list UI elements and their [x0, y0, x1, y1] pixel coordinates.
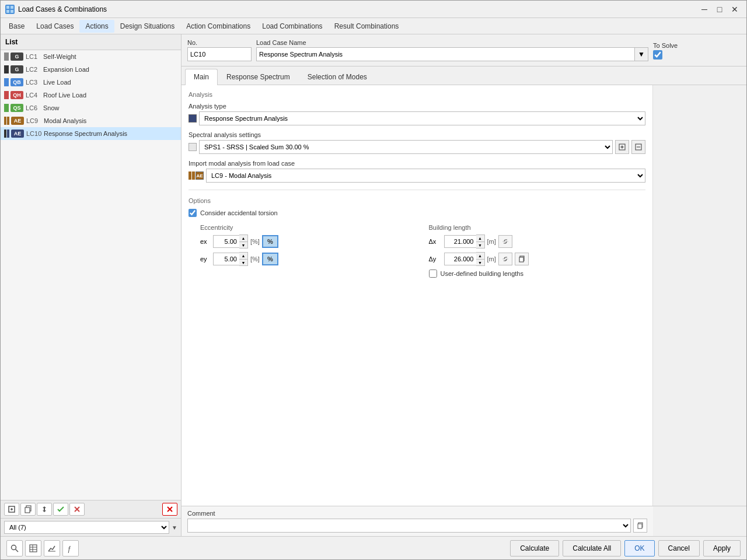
ey-spin-down[interactable]: ▼ — [239, 259, 247, 265]
svg-line-25 — [16, 549, 19, 552]
item-id: LC9 — [26, 117, 44, 124]
menu-result-combinations[interactable]: Result Combinations — [329, 20, 405, 33]
svg-rect-2 — [6, 10, 9, 13]
dx-spinner: ▲ ▼ — [444, 235, 485, 249]
check-button[interactable] — [53, 503, 68, 516]
name-input[interactable] — [256, 47, 634, 61]
menu-action-combinations[interactable]: Action Combinations — [180, 20, 256, 33]
dy-copy-button[interactable] — [515, 253, 529, 265]
formula-icon-button[interactable]: ƒ — [62, 540, 79, 556]
ey-input[interactable] — [213, 253, 239, 265]
dy-input[interactable] — [444, 253, 476, 265]
name-label: Load Case Name — [256, 39, 648, 46]
to-solve-checkbox[interactable] — [653, 50, 662, 60]
search-icon-button[interactable] — [6, 540, 23, 556]
list-item[interactable]: QB LC3 Live Load — [1, 76, 181, 89]
main-window: Load Cases & Combinations ─ □ ✕ Base Loa… — [0, 0, 747, 560]
dx-spin-down[interactable]: ▼ — [476, 242, 484, 248]
comment-main: Comment — [181, 506, 653, 536]
copy-item-button[interactable] — [20, 503, 36, 516]
comment-select[interactable] — [187, 519, 631, 533]
calculate-button[interactable]: Calculate — [510, 540, 559, 556]
menu-actions[interactable]: Actions — [79, 20, 114, 33]
spectral-settings-select[interactable]: SPS1 - SRSS | Scaled Sum 30.00 % — [199, 140, 613, 154]
analysis-type-select[interactable]: Response Spectrum Analysis — [199, 111, 645, 125]
chart-icon-button[interactable] — [44, 540, 60, 556]
item-name: Modal Analysis — [44, 117, 86, 124]
filter-select[interactable]: All (7) — [4, 521, 169, 534]
calculate-all-button[interactable]: Calculate All — [563, 540, 621, 556]
options-section: Options Consider accidental torsion — [189, 197, 645, 278]
ey-spin-up[interactable]: ▲ — [239, 253, 247, 259]
item-name: Expansion Load — [43, 66, 89, 73]
spectral-new-button[interactable] — [615, 140, 629, 154]
dx-link-button[interactable] — [498, 235, 512, 248]
spectral-settings-group: Spectral analysis settings SPS1 - SRSS |… — [189, 131, 645, 154]
list-items: G LC1 Self-Weight G LC2 Expansion Load Q… — [1, 50, 181, 500]
ex-input[interactable] — [213, 235, 239, 248]
no-input[interactable] — [187, 47, 252, 61]
analysis-type-group: Analysis type Response Spectrum Analysis — [189, 103, 645, 125]
title-bar: Load Cases & Combinations ─ □ ✕ — [1, 1, 746, 18]
bottom-buttons: Calculate Calculate All OK Cancel Apply — [510, 540, 741, 556]
tab-selection-of-modes[interactable]: Selection of Modes — [299, 69, 376, 85]
dy-link-button[interactable] — [498, 253, 512, 265]
svg-point-24 — [12, 545, 16, 550]
tab-response-spectrum[interactable]: Response Spectrum — [218, 69, 299, 85]
modal-analysis-select[interactable]: LC9 - Modal Analysis — [206, 169, 645, 183]
window-controls: ─ □ ✕ — [697, 4, 742, 15]
bottom-icons: ƒ — [6, 540, 79, 556]
cancel-button[interactable]: Cancel — [658, 540, 700, 556]
ex-spin-down[interactable]: ▼ — [239, 242, 247, 248]
delete-button[interactable] — [162, 503, 177, 516]
spectral-edit-button[interactable] — [631, 140, 645, 154]
list-item-selected[interactable]: AE LC10 Response Spectrum Analysis — [1, 127, 181, 140]
item-id: LC4 — [26, 92, 43, 99]
move-item-button[interactable] — [37, 503, 52, 516]
divider1 — [189, 190, 645, 190]
new-item-button[interactable] — [4, 503, 19, 516]
analysis-type-label: Analysis type — [189, 103, 645, 110]
minimize-button[interactable]: ─ — [697, 4, 711, 15]
dx-spin-up[interactable]: ▲ — [476, 235, 484, 242]
close-button[interactable]: ✕ — [728, 4, 742, 15]
consider-torsion-checkbox[interactable] — [189, 209, 197, 217]
list-filter: All (7) ▼ — [1, 518, 181, 536]
menu-load-combinations[interactable]: Load Combinations — [256, 20, 328, 33]
item-name: Snow — [43, 104, 60, 111]
menu-design-situations[interactable]: Design Situations — [114, 20, 180, 33]
svg-rect-21 — [519, 257, 523, 262]
list-item[interactable]: G LC2 Expansion Load — [1, 63, 181, 76]
analysis-type-row: Response Spectrum Analysis — [189, 111, 645, 125]
name-dropdown-button[interactable]: ▼ — [634, 47, 648, 61]
list-item[interactable]: QH LC4 Roof Live Load — [1, 89, 181, 102]
dx-input[interactable] — [444, 235, 476, 248]
item-name: Live Load — [43, 79, 71, 86]
consider-torsion-row: Consider accidental torsion — [189, 209, 645, 217]
uncheck-button[interactable] — [69, 503, 85, 516]
apply-button[interactable]: Apply — [703, 540, 741, 556]
user-defined-checkbox[interactable] — [429, 270, 437, 278]
to-solve-label: To Solve — [653, 42, 741, 49]
ex-pct-button[interactable]: % — [262, 235, 278, 248]
tab-main[interactable]: Main — [185, 69, 218, 85]
list-item[interactable]: QS LC6 Snow — [1, 102, 181, 114]
menu-load-cases[interactable]: Load Cases — [30, 20, 79, 33]
dx-row: Δx ▲ ▼ [m] — [429, 235, 646, 249]
list-item[interactable]: G LC1 Self-Weight — [1, 50, 181, 63]
dy-row: Δy ▲ ▼ [m] — [429, 252, 646, 266]
ok-button[interactable]: OK — [624, 540, 654, 556]
comment-paste-button[interactable] — [633, 519, 647, 533]
list-item[interactable]: AE LC9 Modal Analysis — [1, 114, 181, 127]
dy-spin-up[interactable]: ▲ — [476, 253, 484, 259]
left-panel: List G LC1 Self-Weight G LC2 Expansion L… — [1, 34, 181, 536]
restore-button[interactable]: □ — [713, 4, 727, 15]
svg-rect-3 — [11, 10, 13, 13]
ex-spin-up[interactable]: ▲ — [239, 235, 247, 242]
dy-spin-down[interactable]: ▼ — [476, 259, 484, 265]
filter-arrow: ▼ — [172, 524, 177, 531]
table-icon-button[interactable] — [25, 540, 41, 556]
menu-base[interactable]: Base — [3, 20, 30, 33]
ey-pct-button[interactable]: % — [262, 253, 278, 265]
item-color-strip — [4, 78, 9, 86]
